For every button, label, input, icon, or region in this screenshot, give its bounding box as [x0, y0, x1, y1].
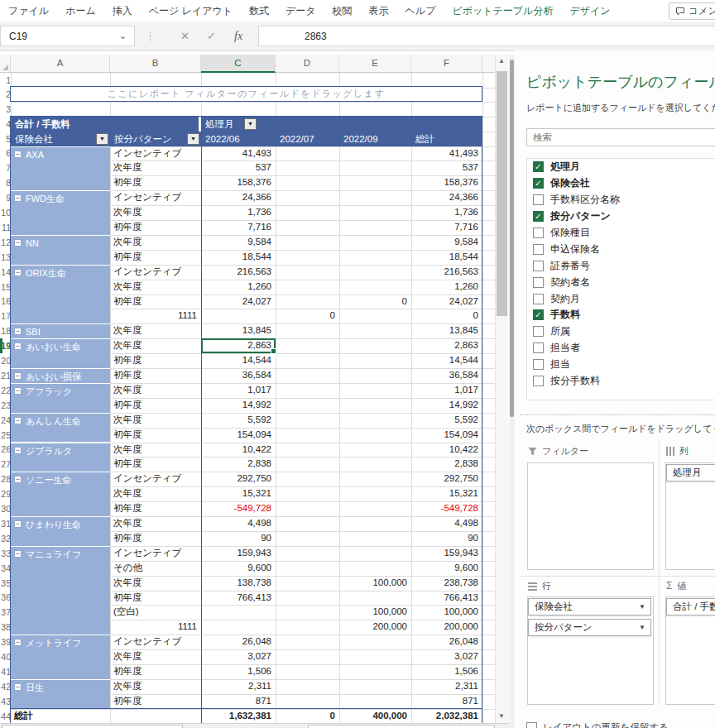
row-header-14[interactable]: 14 — [0, 265, 11, 280]
pivot-column-label-1[interactable]: 2022/07 — [276, 132, 339, 146]
row-header-9[interactable]: 9 — [0, 190, 11, 205]
field-item-12[interactable]: 担当 — [527, 357, 715, 373]
pivot-value-cell[interactable]: 1,017 — [411, 383, 482, 398]
pivot-value-cell[interactable]: 1,736 — [411, 205, 482, 220]
pivot-value-cell[interactable]: 10,422 — [201, 443, 276, 457]
checkbox-checked-icon[interactable]: ✓ — [533, 178, 544, 189]
row-header-40[interactable]: 40 — [0, 649, 11, 664]
pivot-value-cell[interactable]: 3,027 — [411, 649, 482, 664]
pivot-value-cell[interactable]: 41,493 — [201, 146, 276, 161]
name-box[interactable]: C19 ⌄ — [0, 26, 135, 46]
pivot-company-group-3[interactable]: −ORIX生命 — [11, 265, 110, 324]
row-header-35[interactable]: 35 — [0, 576, 11, 591]
collapse-icon[interactable]: − — [14, 151, 22, 158]
filters-area-box[interactable] — [527, 462, 654, 570]
pivot-value-cell[interactable]: 0 — [276, 309, 339, 323]
pivot-row-label[interactable]: 次年度 — [110, 486, 201, 501]
pivot-value-cell[interactable]: 1,260 — [411, 280, 482, 295]
values-chip-0[interactable]: 合計 / 手数料 — [666, 598, 715, 615]
pivot-value-cell[interactable]: 100,000 — [411, 605, 482, 620]
column-header-A[interactable]: A — [11, 55, 110, 72]
pivot-company-group-2[interactable]: −NN — [11, 235, 110, 265]
collapse-icon[interactable]: − — [14, 342, 22, 350]
row-header-28[interactable]: 28 — [0, 472, 11, 486]
pivot-value-cell[interactable]: 14,992 — [201, 398, 276, 413]
pivot-company-group-11[interactable]: −ひまわり生命 — [11, 516, 110, 546]
row-header-23[interactable]: 23 — [0, 398, 11, 413]
row-header-30[interactable]: 30 — [0, 501, 11, 516]
pivot-row-label[interactable]: 初年度 — [110, 694, 201, 709]
row-header-34[interactable]: 34 — [0, 561, 11, 576]
pivot-value-cell[interactable]: 36,584 — [201, 368, 276, 383]
row-header-27[interactable]: 27 — [0, 457, 11, 472]
pivot-row-label[interactable]: インセンティブ — [110, 146, 201, 161]
pivot-value-cell[interactable]: 2,311 — [201, 679, 276, 694]
pivot-row-label[interactable]: 1111 — [110, 309, 201, 323]
ribbon-tab-7[interactable]: 表示 — [361, 0, 397, 22]
pivot-value-cell[interactable]: 1,736 — [201, 205, 276, 220]
field-item-10[interactable]: 所属 — [527, 323, 715, 340]
pivot-value-cell[interactable]: 158,376 — [411, 175, 482, 190]
column-field-filter-button[interactable]: ▼ — [244, 118, 257, 130]
pivot-value-cell[interactable]: 4,498 — [411, 516, 482, 531]
field-item-7[interactable]: 契約者名 — [527, 274, 715, 290]
pivot-value-cell[interactable]: 15,321 — [201, 486, 276, 501]
collapse-icon[interactable]: − — [14, 520, 22, 528]
row-field-2-filter-button[interactable]: ▼ — [187, 133, 199, 145]
pivot-column-label-2[interactable]: 2022/09 — [339, 132, 411, 146]
pivot-value-cell[interactable]: -549,728 — [411, 501, 482, 516]
pivot-value-cell[interactable]: 9,600 — [201, 561, 276, 576]
cancel-icon[interactable]: ✕ — [180, 26, 190, 46]
field-item-8[interactable]: 契約月 — [527, 290, 715, 307]
row-header-15[interactable]: 15 — [0, 280, 11, 295]
defer-layout-update[interactable]: レイアウトの更新を保留する — [526, 721, 669, 728]
row-header-1[interactable]: 1 — [0, 73, 11, 88]
pivot-row-label[interactable]: 次年度 — [110, 516, 201, 531]
pivot-value-cell[interactable]: 90 — [411, 531, 482, 546]
row-header-26[interactable]: 26 — [0, 443, 11, 457]
row-header-5[interactable]: 5 — [0, 132, 11, 146]
row-header-33[interactable]: 33 — [0, 546, 11, 561]
row-header-18[interactable]: 18 — [0, 323, 11, 338]
ribbon-tab-9[interactable]: ピボットテーブル分析 — [444, 0, 561, 22]
pivot-value-cell[interactable]: 9,600 — [411, 561, 482, 576]
pivot-row-label[interactable]: 初年度 — [110, 368, 201, 383]
pivot-value-cell[interactable]: 13,845 — [201, 323, 276, 338]
row-header-7[interactable]: 7 — [0, 160, 11, 175]
pivot-column-label-0[interactable]: 2022/06 — [201, 132, 276, 146]
rows-chip-1[interactable]: 按分パターン▼ — [528, 619, 651, 636]
ribbon-tab-5[interactable]: データ — [277, 0, 324, 22]
pivot-company-group-8[interactable]: −あんしん生命 — [11, 413, 110, 443]
columns-chip-0[interactable]: 処理月 — [666, 464, 715, 481]
pivot-row-label[interactable]: 初年度 — [110, 531, 201, 546]
pivot-row-label[interactable]: 初年度 — [110, 175, 201, 190]
pivot-row-label[interactable]: 1111 — [110, 620, 201, 635]
pivot-value-cell[interactable]: 200,000 — [411, 620, 482, 635]
pivot-row-label[interactable]: 初年度 — [110, 501, 201, 516]
pivot-value-cell[interactable]: 24,366 — [201, 190, 276, 205]
checkbox-icon[interactable] — [533, 261, 544, 271]
collapse-icon[interactable]: − — [14, 387, 22, 395]
pivot-value-cell[interactable]: 18,544 — [201, 250, 276, 265]
pivot-value-cell[interactable]: 24,027 — [201, 295, 276, 309]
pivot-row-label[interactable]: (空白) — [110, 605, 201, 620]
vertical-scrollbar-thumb[interactable] — [497, 71, 507, 316]
pivot-value-cell[interactable]: 871 — [201, 694, 276, 709]
pivot-value-cell[interactable]: 2,838 — [201, 457, 276, 472]
row-header-24[interactable]: 24 — [0, 413, 11, 428]
row-header-3[interactable]: 3 — [0, 102, 11, 117]
pivot-value-cell[interactable]: 4,498 — [201, 516, 276, 531]
pivot-row-label[interactable]: インセンティブ — [110, 190, 201, 205]
pivot-value-cell[interactable]: 871 — [411, 694, 482, 709]
field-item-3[interactable]: ✓按分パターン — [527, 208, 715, 225]
pivot-value-cell[interactable]: 26,048 — [201, 635, 276, 649]
pivot-value-title-cell[interactable]: 合計 / 手数料 — [11, 117, 199, 132]
pivot-row-label[interactable]: 次年度 — [110, 235, 201, 250]
row-header-16[interactable]: 16 — [0, 295, 11, 309]
pivot-row-label[interactable]: 初年度 — [110, 428, 201, 443]
ribbon-tab-6[interactable]: 校閲 — [324, 0, 361, 22]
pivot-row-label[interactable]: 次年度 — [110, 323, 201, 338]
pivot-value-cell[interactable]: 216,563 — [411, 265, 482, 280]
ribbon-tab-3[interactable]: ページ レイアウト — [141, 0, 241, 22]
pivot-company-group-10[interactable]: −ソニー生命 — [11, 472, 110, 516]
